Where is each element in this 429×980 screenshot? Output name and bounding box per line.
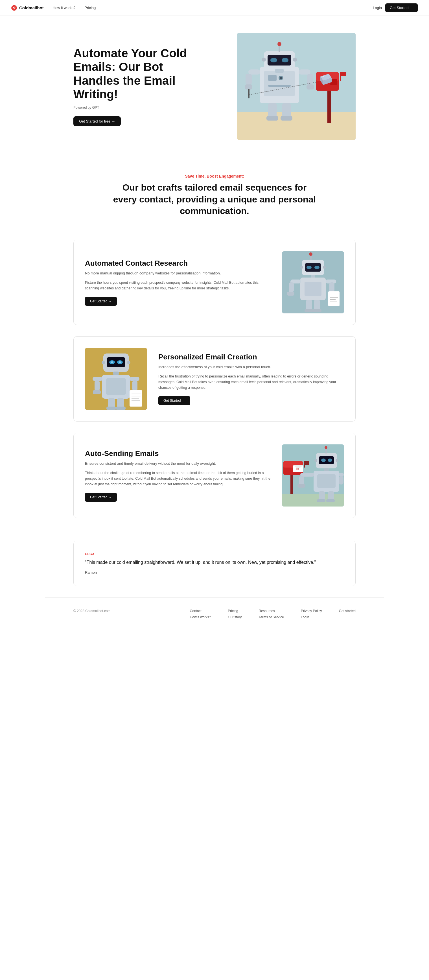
svg-rect-1 [237, 112, 356, 140]
svg-rect-64 [305, 309, 313, 312]
svg-point-44 [315, 266, 319, 269]
footer-inner: © 2023 Coldmailbot.com Contact How it wo… [73, 609, 356, 619]
nav-link-how-it-works[interactable]: How it works? [53, 6, 76, 10]
save-time-label: Save Time, Boost Engagement: [113, 174, 316, 178]
nav-right: Login Get Started → [373, 3, 418, 12]
feature-text-2: Auto-Sending Emails Ensures consistent a… [85, 449, 271, 502]
svg-point-105 [321, 458, 326, 462]
svg-rect-91 [116, 407, 126, 410]
footer-link-how[interactable]: How it works? [190, 615, 211, 619]
features-section: Automated Contact Research No more manua… [45, 228, 384, 530]
svg-rect-61 [287, 292, 294, 296]
svg-rect-117 [339, 473, 344, 477]
svg-rect-94 [291, 473, 293, 494]
svg-point-43 [307, 266, 311, 269]
svg-rect-32 [299, 70, 310, 75]
feature-svg-1 [85, 348, 147, 410]
hero-svg [237, 33, 356, 140]
svg-rect-121 [317, 499, 326, 502]
footer-link-privacy[interactable]: Privacy Policy [301, 609, 322, 613]
feature-title-1: Personalized Email Creation [158, 353, 344, 361]
nav-link-pricing[interactable]: Pricing [85, 6, 96, 10]
svg-rect-22 [278, 45, 280, 52]
footer-copyright: © 2023 Coldmailbot.com [73, 609, 111, 613]
login-button[interactable]: Login [373, 6, 382, 10]
svg-rect-38 [281, 116, 292, 121]
svg-point-23 [277, 42, 281, 46]
svg-rect-37 [267, 116, 278, 121]
footer-link-contact[interactable]: Contact [190, 609, 211, 613]
svg-rect-111 [324, 468, 329, 471]
footer-link-get-started[interactable]: Get started [339, 609, 356, 613]
svg-rect-49 [311, 275, 315, 278]
svg-rect-114 [300, 473, 315, 477]
svg-rect-77 [106, 378, 126, 395]
footer-col-0: Contact How it works? [190, 609, 211, 619]
feature-svg-0 [282, 251, 344, 313]
footer-link-our-story[interactable]: Our story [228, 615, 242, 619]
svg-point-21 [282, 58, 288, 62]
testimonial-text: "This made our cold emailing straightfor… [85, 559, 344, 566]
svg-point-106 [328, 458, 332, 462]
svg-point-109 [315, 459, 317, 462]
svg-rect-34 [307, 84, 314, 89]
svg-rect-79 [132, 380, 137, 391]
svg-point-108 [324, 446, 327, 449]
feature-cta-1[interactable]: Get Started → [158, 396, 190, 405]
feature-title-2: Auto-Sending Emails [85, 449, 271, 458]
hero-powered-label: Powered by GPT [73, 106, 192, 110]
nav-left: ⚙ Coldmailbot How it works? Pricing [11, 5, 96, 11]
get-started-button[interactable]: Get Started → [385, 3, 418, 12]
feature-image-2: ✉ [282, 444, 344, 506]
svg-rect-35 [268, 103, 276, 118]
svg-rect-86 [95, 380, 100, 391]
save-time-heading: Our bot crafts tailored email sequences … [113, 182, 316, 217]
feature-subtitle-0: No more manual digging through company w… [85, 271, 271, 275]
feature-card-1: Personalized Email Creation Increases th… [73, 336, 356, 422]
footer-col-2: Resources Terms of Service [259, 609, 284, 619]
feature-text-1: Personalized Email Creation Increases th… [158, 353, 344, 405]
nav-logo[interactable]: ⚙ Coldmailbot [11, 5, 44, 11]
feature-title-0: Automated Contact Research [85, 259, 271, 268]
svg-rect-53 [289, 282, 294, 292]
footer-link-terms[interactable]: Terms of Service [259, 615, 284, 619]
hero-inner: Automate Your Cold Emails: Our Bot Handl… [45, 16, 384, 157]
svg-rect-13 [264, 71, 295, 96]
hero-image-area [192, 33, 356, 140]
feature-cta-0[interactable]: Get Started → [85, 297, 117, 306]
svg-rect-99 [304, 461, 309, 465]
feature-text-0: Automated Contact Research No more manua… [85, 259, 271, 306]
svg-rect-78 [130, 377, 140, 381]
svg-point-73 [102, 361, 105, 364]
svg-rect-107 [326, 449, 327, 453]
svg-rect-122 [326, 499, 335, 502]
svg-rect-65 [313, 309, 321, 312]
svg-rect-45 [310, 256, 311, 260]
feature-body-0: Picture the hours you spent visiting eac… [85, 280, 271, 291]
svg-point-47 [300, 266, 303, 269]
svg-point-110 [335, 459, 338, 462]
feature-subtitle-1: Increases the effectiveness of your cold… [158, 365, 344, 369]
feature-subtitle-2: Ensures consistent and timely email deli… [85, 461, 271, 466]
testimonial-card: ELGA "This made our cold emailing straig… [73, 541, 356, 586]
feature-card-2: Auto-Sending Emails Ensures consistent a… [73, 433, 356, 518]
hero-text: Automate Your Cold Emails: Our Bot Handl… [73, 46, 192, 126]
hero-cta-button[interactable]: Get Started for free → [73, 116, 121, 126]
svg-text:✉: ✉ [296, 468, 299, 471]
footer-link-pricing[interactable]: Pricing [228, 609, 242, 613]
svg-rect-116 [297, 484, 305, 488]
svg-rect-17 [268, 85, 291, 87]
svg-point-24 [262, 57, 266, 62]
svg-rect-87 [93, 390, 101, 394]
svg-rect-27 [248, 70, 260, 75]
feature-image-0 [282, 251, 344, 313]
testimonial-author: Ramon [85, 570, 344, 574]
feature-cta-2[interactable]: Get Started → [85, 493, 117, 502]
footer-link-resources[interactable]: Resources [259, 609, 284, 613]
svg-rect-36 [282, 103, 291, 118]
svg-point-25 [293, 57, 297, 62]
svg-point-48 [323, 266, 326, 269]
feature-svg-2: ✉ [282, 444, 344, 506]
footer-link-login[interactable]: Login [301, 615, 322, 619]
save-time-inner: Save Time, Boost Engagement: Our bot cra… [102, 157, 327, 228]
